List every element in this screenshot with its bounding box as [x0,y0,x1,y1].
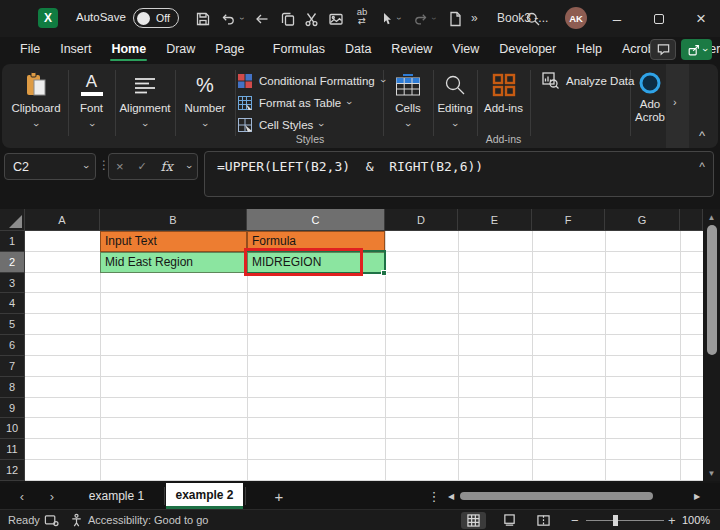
tab-developer[interactable]: Developer [489,37,566,62]
maximize-button[interactable] [640,0,678,37]
tab-data[interactable]: Data [335,37,381,62]
vertical-scrollbar[interactable]: ▲ ▼ [703,209,720,481]
scroll-up-icon[interactable]: ▲ [703,211,720,223]
zoom-out-button[interactable]: − [571,513,579,528]
row-header-3[interactable]: 3 [0,273,25,294]
horizontal-scrollbar-thumb[interactable] [460,492,653,500]
row-header-9[interactable]: 9 [0,398,25,419]
normal-view-button[interactable] [461,512,486,529]
tab-formulas[interactable]: Formulas [263,37,335,62]
redo-menu-chevron-icon[interactable]: › [429,17,438,20]
zoom-level[interactable]: 100% [682,514,710,526]
hscroll-right-icon[interactable]: ▶ [690,483,704,509]
row-header-10[interactable]: 10 [0,418,25,439]
column-header-d[interactable]: D [385,209,458,231]
back-button[interactable] [252,9,272,29]
tab-view[interactable]: View [442,37,489,62]
name-box-chevron-icon[interactable]: › [80,165,90,168]
share-button[interactable]: › [681,39,712,60]
editing-group-button[interactable]: Editing › [433,68,477,132]
enter-check-icon[interactable]: ✓ [137,160,146,173]
clipboard-group-button[interactable]: Clipboard › [4,68,68,132]
row-header-8[interactable]: 8 [0,377,25,398]
column-header-c[interactable]: C [247,209,385,231]
tab-home[interactable]: Home [101,37,156,62]
page-layout-view-button[interactable] [497,512,522,529]
insert-function-button[interactable]: fx [161,159,173,174]
more-commands-icon[interactable]: » [471,11,478,25]
tab-help[interactable]: Help [566,37,612,62]
zoom-in-button[interactable]: + [668,513,676,528]
row-header-4[interactable]: 4 [0,293,25,314]
touch-mode-chevron-icon[interactable]: › [394,17,403,20]
hscroll-left-icon[interactable]: ◀ [444,483,458,509]
collapse-formula-bar-icon[interactable]: ^ [699,160,705,174]
sheet-tab-example-1[interactable]: example 1 [70,483,163,509]
sheet-nav-left-icon[interactable]: ‹ [8,483,36,509]
fill-handle[interactable] [381,270,387,276]
touch-mode-button[interactable] [376,9,396,29]
cancel-icon[interactable]: × [116,159,124,174]
sheet-nav-right-icon[interactable]: › [38,483,66,509]
new-sheet-button[interactable]: + [266,483,292,509]
tab-draw[interactable]: Draw [156,37,205,62]
redo-button[interactable] [411,9,431,29]
new-file-button[interactable] [445,9,465,29]
column-header-a[interactable]: A [25,209,100,231]
collapse-ribbon-icon[interactable]: ^ [699,128,705,143]
autosave-toggle[interactable]: Off [133,8,179,28]
row-header-1[interactable]: 1 [0,231,25,252]
save-button[interactable] [193,9,213,29]
macro-record-icon[interactable] [44,513,59,528]
alignment-group-button[interactable]: Alignment › [115,68,175,132]
conditional-formatting-button[interactable]: Conditional Formatting › [238,70,382,92]
cut-button[interactable] [302,9,322,29]
format-as-table-button[interactable]: Format as Table › [238,92,382,114]
fx-chevron-icon[interactable]: › [183,165,193,168]
copy-button[interactable] [278,9,298,29]
row-header-2[interactable]: 2 [0,252,25,273]
grid-body[interactable]: Input Text Formula Mid East Region MIDRE… [25,231,703,481]
scroll-down-icon[interactable]: ▼ [703,467,720,479]
formula-input[interactable]: =UPPER(LEFT(B2,3) & RIGHT(B2,6)) ^ [204,151,714,197]
undo-menu-chevron-icon[interactable]: › [237,17,246,20]
name-box[interactable]: C2 › [4,153,96,180]
close-button[interactable]: × [682,0,720,37]
cells-group-button[interactable]: Cells › [383,68,433,132]
zoom-slider-thumb[interactable] [613,515,618,526]
tab-page-layout[interactable]: Page Layout [205,37,263,62]
column-header-g[interactable]: G [605,209,680,231]
acrobat-button[interactable]: Ado Acrob [634,68,666,124]
select-all-button[interactable] [0,209,25,231]
sheet-tab-example-2[interactable]: example 2 [166,483,243,509]
column-header-b[interactable]: B [100,209,247,231]
cell-b2[interactable]: Mid East Region [100,252,247,273]
row-header-11[interactable]: 11 [0,439,25,460]
row-header-6[interactable]: 6 [0,335,25,356]
tab-review[interactable]: Review [381,37,442,62]
ribbon-overflow-chevron-icon[interactable]: › [673,96,677,108]
avatar[interactable]: AK [565,7,587,29]
column-header-f[interactable]: F [532,209,605,231]
column-header-e[interactable]: E [458,209,532,231]
tab-insert[interactable]: Insert [50,37,101,62]
page-break-view-button[interactable] [531,512,556,529]
sheet-options-icon[interactable]: ⋮ [424,483,444,509]
number-group-button[interactable]: % Number › [175,68,235,132]
paste-picture-button[interactable] [326,9,346,29]
comments-button[interactable] [650,39,676,60]
search-button[interactable] [523,9,543,29]
tab-file[interactable]: File [10,37,50,62]
analyze-data-button[interactable]: Analyze Data [542,72,634,89]
zoom-slider-track[interactable] [586,520,664,521]
column-header-partial[interactable] [680,209,703,231]
vertical-scrollbar-thumb[interactable] [707,225,717,355]
translate-button[interactable]: ab ⇄ [352,7,372,27]
row-header-5[interactable]: 5 [0,314,25,335]
addins-group-button[interactable]: Add-ins [477,68,530,114]
undo-button[interactable] [218,9,238,29]
font-group-button[interactable]: A Font › [68,68,115,132]
accessibility-status[interactable]: Accessibility: Good to go [88,514,208,526]
cell-b1[interactable]: Input Text [100,231,247,252]
minimize-button[interactable]: – [598,0,636,37]
